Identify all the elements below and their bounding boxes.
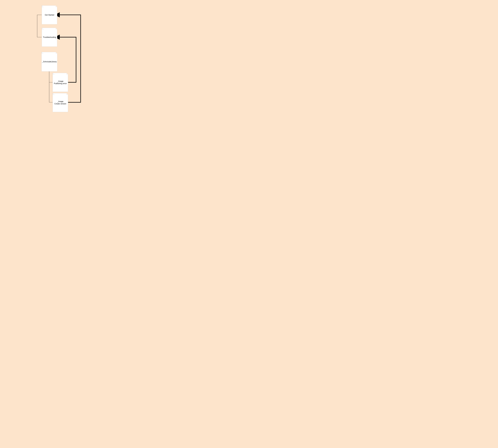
svg-line-11 — [53, 73, 54, 75]
node-image-create-version[interactable]: _Image Create version — [53, 93, 68, 112]
node-label: Troubleshooting — [43, 36, 56, 38]
node-label: _Image Create version — [54, 100, 66, 105]
page-fold-edge-icon — [42, 52, 43, 54]
page-fold-icon — [56, 52, 57, 54]
svg-line-2 — [42, 6, 43, 7]
edge-getstarted-to-troubleshooting — [37, 15, 42, 37]
page-fold-icon — [56, 28, 57, 29]
svg-line-8 — [42, 52, 43, 54]
page-fold-icon — [56, 5, 57, 7]
node-sv-include-library[interactable]: _SvIncludeLibrary — [42, 52, 57, 71]
page-fold-edge-icon — [42, 28, 43, 30]
edge-svinclude-to-children — [49, 71, 53, 82]
svg-line-14 — [53, 93, 54, 95]
node-get-started[interactable]: Get Started — [42, 5, 57, 24]
edge-svinclude-to-createversion — [49, 82, 53, 102]
page-fold-edge-icon — [42, 6, 43, 7]
svg-line-5 — [42, 28, 43, 30]
node-label: _SvIncludeLibrary — [42, 61, 57, 63]
page-fold-edge-icon — [53, 73, 54, 75]
page-fold-icon — [66, 93, 68, 95]
node-label: Get Started — [45, 14, 54, 16]
diagram-canvas: Get Started Troubleshooting _SvIncludeLi… — [0, 0, 126, 114]
page-fold-edge-icon — [53, 93, 54, 95]
node-label: _Image Publishing error — [54, 80, 67, 85]
page-fold-icon — [66, 73, 68, 75]
node-troubleshooting[interactable]: Troubleshooting — [42, 28, 57, 47]
node-image-publishing-error[interactable]: _Image Publishing error — [53, 73, 68, 92]
